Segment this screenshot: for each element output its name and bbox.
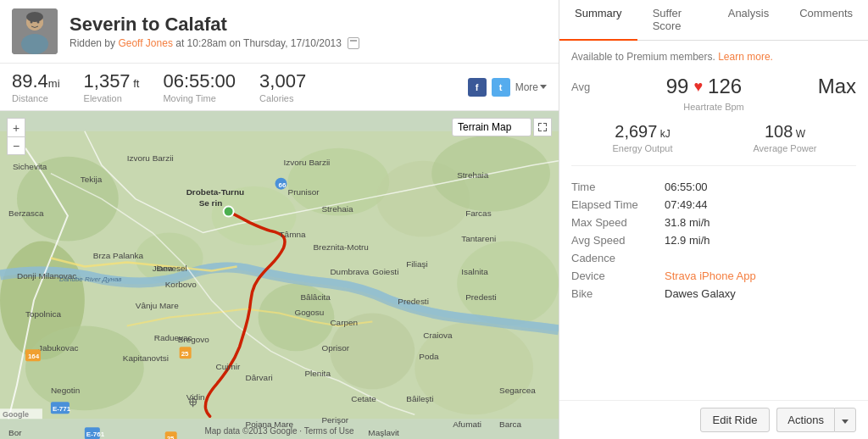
- map-controls: + −: [7, 118, 25, 155]
- zoom-out-button[interactable]: −: [7, 136, 25, 155]
- time-label: Time: [571, 178, 665, 196]
- svg-text:Vânju Mare: Vânju Mare: [136, 301, 179, 310]
- svg-text:Predesti: Predesti: [465, 292, 497, 302]
- learn-more-link[interactable]: Learn more.: [718, 51, 773, 63]
- tab-suffer-score[interactable]: Suffer Score: [637, 0, 713, 41]
- metrics-row: 2,697 kJ Energy Output 108 W Average Pow…: [571, 122, 856, 166]
- device-link[interactable]: Strava iPhone App: [665, 270, 756, 282]
- terrain-select[interactable]: Terrain Map: [452, 118, 531, 136]
- power-value: 108 W: [714, 122, 856, 142]
- edit-ride-button[interactable]: Edit Ride: [700, 408, 771, 432]
- svg-text:Farcas: Farcas: [465, 208, 491, 218]
- stat-calories: 3,007 Calories: [259, 70, 306, 103]
- energy-output: 2,697 kJ Energy Output: [571, 122, 714, 153]
- power-label: Average Power: [714, 143, 856, 153]
- svg-point-10: [25, 325, 144, 410]
- heartrate-row: Avg 99 ♥ 126 Max: [571, 75, 856, 98]
- map-attribution: Map data ©2013 Google · Terms of Use: [0, 426, 559, 436]
- twitter-icon[interactable]: t: [492, 78, 510, 97]
- heart-icon: ♥: [693, 78, 703, 96]
- tab-comments[interactable]: Comments: [784, 0, 868, 41]
- device-value: Strava iPhone App: [665, 267, 856, 285]
- max-speed-label: Max Speed: [571, 214, 665, 231]
- facebook-icon[interactable]: f: [468, 78, 487, 97]
- svg-text:Tâmna: Tâmna: [280, 230, 306, 239]
- map-type-selector: Terrain Map: [452, 118, 531, 136]
- svg-text:Bâlâcita: Bâlâcita: [300, 292, 331, 302]
- device-label: Device: [571, 267, 665, 285]
- ride-subtitle: Ridden by Geoff Jones at 10:28am on Thur…: [70, 37, 359, 50]
- svg-text:25: 25: [181, 350, 189, 358]
- detail-row-bike: Bike Dawes Galaxy: [571, 285, 856, 303]
- actions-caret-button[interactable]: [834, 408, 856, 432]
- svg-text:Predesti: Predesti: [398, 297, 429, 306]
- svg-text:Sichevita: Sichevita: [13, 162, 47, 171]
- heartrate-avg-value: 99: [666, 75, 689, 98]
- cadence-label: Cadence: [571, 249, 665, 267]
- svg-text:Kapitanovtsi: Kapitanovtsi: [123, 353, 169, 363]
- svg-text:Strehaia: Strehaia: [321, 204, 353, 214]
- svg-point-6: [37, 21, 40, 24]
- elapsed-label: Elapsed Time: [571, 196, 665, 214]
- rider-link[interactable]: Geoff Jones: [118, 37, 173, 49]
- detail-row-elapsed: Elapsed Time 07:49:44: [571, 196, 856, 214]
- svg-text:Brza Palanka: Brza Palanka: [93, 251, 144, 260]
- stats-bar: 89.4mi Distance 1,357 ft Elevation 06:55…: [0, 64, 559, 111]
- svg-text:E-771: E-771: [53, 405, 71, 413]
- svg-text:Craiova: Craiova: [423, 331, 453, 340]
- tab-analysis[interactable]: Analysis: [713, 0, 784, 41]
- svg-point-2: [21, 34, 48, 54]
- svg-text:Cetate: Cetate: [351, 394, 376, 403]
- svg-text:Breznita-Motru: Breznita-Motru: [313, 242, 368, 252]
- detail-row-max-speed: Max Speed 31.8 mi/h: [571, 214, 856, 231]
- zoom-in-button[interactable]: +: [7, 118, 25, 136]
- energy-value: 2,697 kJ: [571, 122, 714, 142]
- svg-text:Google: Google: [3, 410, 29, 419]
- more-button[interactable]: More: [515, 81, 547, 93]
- tab-summary[interactable]: Summary: [559, 0, 637, 41]
- avatar: [12, 8, 58, 54]
- stat-distance: 89.4mi Distance: [12, 70, 60, 103]
- avg-speed-label: Avg Speed: [571, 231, 665, 249]
- detail-table: Time 06:55:00 Elapsed Time 07:49:44 Max …: [571, 178, 856, 303]
- ride-title-block: Severin to Calafat Ridden by Geoff Jones…: [70, 14, 359, 50]
- energy-label: Energy Output: [571, 143, 714, 153]
- stat-elevation: 1,357 ft Elevation: [84, 70, 140, 103]
- svg-text:Izvoru Barzii: Izvoru Barzii: [283, 158, 330, 167]
- detail-row-avg-speed: Avg Speed 12.9 mi/h: [571, 231, 856, 249]
- svg-text:66: 66: [279, 181, 287, 189]
- expand-button[interactable]: [533, 118, 552, 136]
- average-power: 108 W Average Power: [714, 122, 856, 153]
- max-label: Max: [818, 75, 856, 98]
- svg-text:Berzasca: Berzasca: [8, 208, 44, 218]
- actions-main-button[interactable]: Actions: [776, 408, 834, 432]
- svg-text:Topolnica: Topolnica: [25, 309, 62, 319]
- left-panel: Severin to Calafat Ridden by Geoff Jones…: [0, 0, 559, 439]
- svg-text:Raduevac: Raduevac: [154, 333, 192, 342]
- avg-speed-value: 12.9 mi/h: [665, 231, 856, 249]
- elapsed-value: 07:49:44: [665, 196, 856, 214]
- map-area: Sichevita Berzasca Donji Milanovac Topol…: [0, 111, 559, 439]
- svg-point-4: [26, 12, 43, 22]
- svg-point-20: [224, 207, 234, 217]
- actions-caret-icon: [842, 420, 849, 424]
- svg-text:Izvoru Barzii: Izvoru Barzii: [127, 153, 174, 163]
- svg-text:Jabukovac: Jabukovac: [38, 343, 79, 353]
- heartrate-max-value: 126: [708, 75, 742, 98]
- bike-label: Bike: [571, 285, 665, 303]
- svg-text:Isalnita: Isalnita: [461, 268, 488, 277]
- svg-text:Filiaşi: Filiaşi: [406, 259, 427, 269]
- svg-text:Danube River Дунав: Danube River Дунав: [59, 275, 122, 283]
- detail-row-device: Device Strava iPhone App: [571, 267, 856, 285]
- svg-text:Poda: Poda: [419, 352, 439, 361]
- detail-row-cadence: Cadence: [571, 249, 856, 267]
- svg-text:Perişor: Perişor: [321, 415, 348, 425]
- max-speed-value: 31.8 mi/h: [665, 214, 856, 231]
- svg-text:Dârvari: Dârvari: [246, 373, 273, 382]
- premium-notice: Available to Premium members. Learn more…: [571, 49, 856, 64]
- time-value: 06:55:00: [665, 178, 856, 196]
- svg-text:Jiana: Jiana: [153, 264, 173, 273]
- svg-text:Se rin: Se rin: [199, 198, 223, 208]
- svg-text:Carpen: Carpen: [330, 318, 358, 327]
- ride-header: Severin to Calafat Ridden by Geoff Jones…: [0, 0, 559, 64]
